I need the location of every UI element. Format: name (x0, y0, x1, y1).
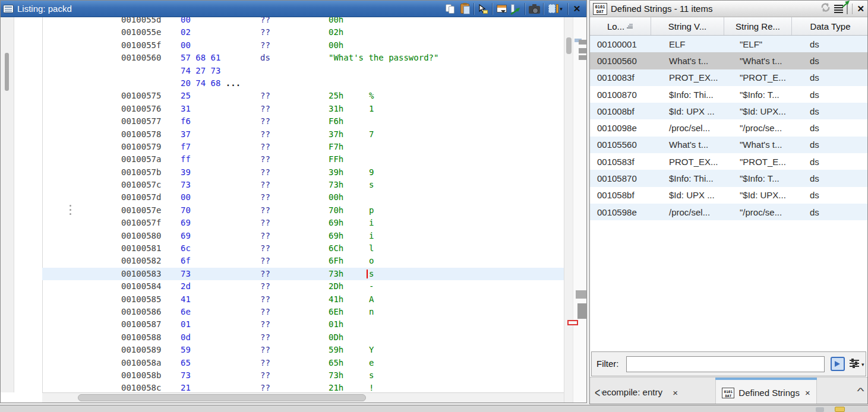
mnemonic: ?? (260, 268, 270, 280)
overview-margin[interactable] (573, 17, 587, 403)
strings-table-row[interactable]: 00100870$Info: Thi..."$Info: T...ds (590, 86, 868, 103)
listing-row[interactable]: 0010058959??59hY (42, 344, 564, 356)
listing-row[interactable]: 20 74 68 ... (42, 77, 564, 90)
mnemonic: ?? (260, 115, 270, 128)
column-header-string-value[interactable]: String V... (651, 17, 724, 35)
column-header-data-type[interactable]: Data Type (792, 17, 868, 35)
overview-mark (579, 55, 587, 60)
listing-row[interactable]: 0010055f00??00h (42, 39, 564, 52)
tab-decompile[interactable]: < Decompile: entry × (595, 380, 711, 404)
strings-table-row[interactable]: 001008bf$Id: UPX ..."$Id: UPX...ds (590, 103, 868, 119)
listing-row[interactable]: 0010057525??25h% (42, 90, 564, 102)
listing-row[interactable]: 001005816c??6Chl (42, 242, 564, 255)
listing-row[interactable]: 0010058c21??21h! (42, 382, 564, 392)
column-filter-sliders-icon[interactable] (850, 358, 859, 369)
listing-row[interactable]: 0010057aff??FFh (42, 153, 564, 166)
listing-icon (3, 5, 14, 13)
address: 00100580 (121, 230, 161, 242)
tab-scroll-left-icon[interactable]: < (595, 385, 600, 400)
strings-table-row[interactable]: 00105560What's t..."What's t...ds (590, 137, 868, 153)
listing-row[interactable]: 0010058069??69hi (42, 230, 564, 242)
listing-row[interactable]: 74 27 73 (42, 65, 564, 77)
address: 0010058c (121, 382, 161, 392)
listing-row[interactable]: 0010057837??37h7 (42, 128, 564, 141)
toggle-columns-button[interactable] (509, 2, 523, 16)
listing-row[interactable]: 0010058b73??73hs (42, 369, 564, 382)
defined-strings-window: 0101DAT Defined Strings - 11 items ✕ (589, 0, 868, 404)
collapse-panel-icon[interactable]: ^ (857, 386, 864, 396)
bytes: 39 (181, 166, 191, 179)
strings-close-button[interactable]: ✕ (857, 4, 864, 14)
divider-handle[interactable] (70, 205, 72, 217)
lower-window-edge (0, 405, 868, 412)
cell-string-representation: "/proc/se... (724, 207, 792, 217)
copy-button[interactable] (443, 2, 457, 16)
tab-close-icon[interactable]: × (673, 388, 678, 398)
filter-label: Filter: (596, 359, 619, 369)
strings-table-row[interactable]: 00100001ELF"ELF"ds (590, 36, 868, 52)
strings-table-row[interactable]: 0010583fPROT_EX..."PROT_E...ds (590, 153, 868, 170)
filter-options-icon[interactable] (831, 357, 845, 371)
listing-row-current[interactable]: 0010058373??73hs (42, 268, 564, 280)
mnemonic: ?? (260, 242, 270, 255)
listing-row[interactable]: 00100577f6??F6h (42, 115, 564, 128)
strings-table-row[interactable]: 00105870$Info: Thi..."$Info: T...ds (590, 170, 868, 186)
mnemonic: ds (260, 52, 270, 64)
listing-row[interactable]: 0010058541??41hA (42, 293, 564, 306)
listing-row[interactable]: 0010057d00??00h (42, 191, 564, 204)
strings-table-row[interactable]: 0010098e/proc/sel..."/proc/se...ds (590, 119, 868, 136)
vertical-scrollbar-thumb[interactable] (566, 37, 572, 54)
bytes: 69 (181, 230, 191, 242)
listing-row[interactable]: 0010057e70??70hp (42, 204, 564, 217)
listing-row[interactable]: 0010056057 68 61ds"What's the password?" (42, 52, 564, 64)
strings-table-row-selected[interactable]: 00100560What's t..."What's t...ds (590, 52, 868, 69)
listing-row[interactable]: 0010058701??01h (42, 318, 564, 331)
ascii-char: 9 (369, 166, 374, 179)
listing-row[interactable]: 0010055e02??02h (42, 26, 564, 39)
diff-view-icon (497, 5, 507, 12)
bytes: 25 (181, 90, 191, 102)
listing-row[interactable]: 0010057631??31h1 (42, 103, 564, 115)
diff-view-button[interactable] (494, 2, 509, 16)
address: 0010057c (121, 179, 161, 191)
listing-close-button[interactable]: ✕ (570, 2, 584, 16)
filter-input[interactable] (626, 356, 825, 372)
strings-table-row[interactable]: 0010598e/proc/sel..."/proc/se...ds (590, 204, 868, 220)
cell-string-value: $Info: Thi... (651, 90, 724, 100)
operand: 73h (329, 179, 343, 191)
cell-string-value: What's t... (651, 56, 724, 66)
column-header-string-representation[interactable]: String Re... (724, 17, 792, 35)
vertical-scrollbar[interactable] (564, 17, 573, 403)
column-header-location[interactable]: Lo... (590, 17, 651, 35)
refresh-button[interactable] (820, 2, 831, 15)
strings-table-row[interactable]: 0010083fPROT_EX..."PROT_E...ds (590, 69, 868, 86)
listing-row[interactable]: 001005880d??0Dh (42, 331, 564, 344)
cell-string-value: PROT_EX... (651, 157, 724, 167)
listing-row[interactable]: 0010057f69??69hi (42, 217, 564, 229)
listing-row[interactable]: 00100579f7??F7h (42, 141, 564, 153)
cursor-selection-button[interactable] (476, 2, 490, 16)
snapshot-button[interactable] (527, 2, 541, 16)
paste-button[interactable] (457, 2, 472, 16)
mnemonic: ?? (260, 26, 270, 39)
listing-titlebar[interactable]: Listing: packd ▾ (1, 1, 586, 17)
listing-content[interactable]: 0010055d00??00h0010055e02??02h0010055f00… (42, 14, 564, 392)
listing-row[interactable]: 0010057c73??73hs (42, 179, 564, 191)
horizontal-scrollbar[interactable] (42, 392, 564, 403)
tab-close-icon[interactable]: × (805, 388, 810, 398)
listing-display-options-icon (548, 4, 558, 13)
export-button[interactable] (847, 4, 848, 14)
listing-row[interactable]: 001005826f??6Fho (42, 255, 564, 267)
strings-table-row[interactable]: 001058bf$Id: UPX ..."$Id: UPX...ds (590, 187, 868, 204)
defined-strings-titlebar[interactable]: 0101DAT Defined Strings - 11 items ✕ (590, 1, 867, 17)
listing-row[interactable]: 0010057b39??39h9 (42, 166, 564, 179)
bytes: 73 (181, 179, 191, 191)
listing-row[interactable]: 001005866e??6Ehn (42, 306, 564, 318)
tab-defined-strings[interactable]: 0101DAT Defined Strings × (715, 380, 817, 404)
horizontal-scrollbar-thumb[interactable] (78, 394, 366, 401)
dropdown-arrow-icon[interactable]: ▾ (861, 362, 864, 367)
listing-row[interactable]: 001005842d??2Dh- (42, 280, 564, 293)
listing-row[interactable]: 0010058a65??65he (42, 357, 564, 369)
tab-bar: < Decompile: entry × 0101DAT Defined Str… (590, 377, 868, 404)
listing-display-options-button[interactable]: ▾ (545, 2, 566, 16)
